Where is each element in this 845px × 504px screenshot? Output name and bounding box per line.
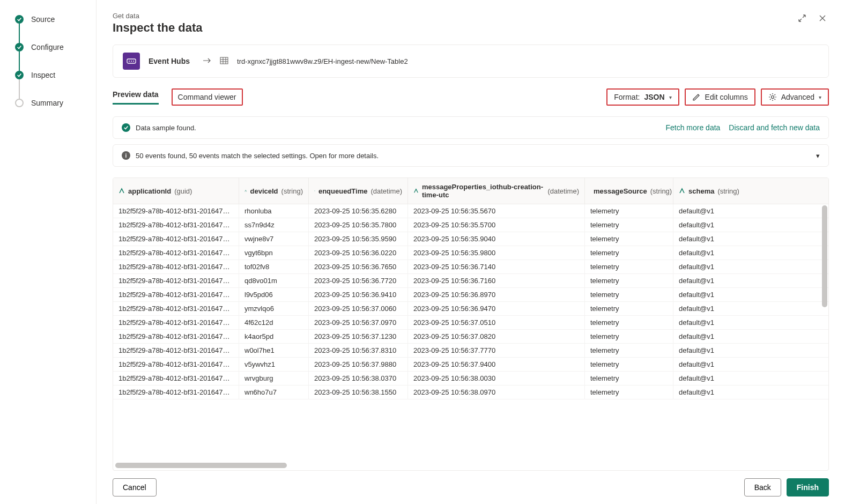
cell: 2023-09-25 10:56:35.9590 [309,232,408,246]
table-row[interactable]: 1b2f5f29-a78b-4012-bf31-2016473cadf6w0ol… [113,344,828,358]
format-label: Format: [614,93,640,101]
cell: 2023-09-25 10:56:36.8970 [408,288,585,301]
column-header[interactable]: deviceId (string) [239,178,309,204]
expand-icon[interactable] [796,12,809,25]
type-icon [679,188,685,194]
cell: 1b2f5f29-a78b-4012-bf31-2016473cadf6 [113,218,239,232]
source-bar: Event Hubs trd-xgnxc7jjgt881wwv8w.z9/EH-… [113,45,829,78]
cell: telemetry [585,358,673,371]
check-icon [15,71,24,79]
table-row[interactable]: 1b2f5f29-a78b-4012-bf31-2016473cadf6vgyt… [113,246,828,260]
table-row[interactable]: 1b2f5f29-a78b-4012-bf31-2016473cadf6k4ao… [113,330,828,344]
tab-command-viewer[interactable]: Command viewer [172,88,243,106]
vertical-scrollbar[interactable] [822,205,827,307]
table-row[interactable]: 1b2f5f29-a78b-4012-bf31-2016473cadf6v5yw… [113,358,828,372]
cell: wrvgburg [239,372,309,385]
cell: 1b2f5f29-a78b-4012-bf31-2016473cadf6 [113,302,239,315]
table-row[interactable]: 1b2f5f29-a78b-4012-bf31-2016473cadf6l9v5… [113,288,828,302]
cell: 1b2f5f29-a78b-4012-bf31-2016473cadf6 [113,358,239,371]
cell: default@v1 [673,260,828,273]
back-button[interactable]: Back [744,478,781,496]
column-header[interactable]: messageProperties_iothub-creation-time-u… [408,178,585,204]
cell: 1b2f5f29-a78b-4012-bf31-2016473cadf6 [113,330,239,343]
table-row[interactable]: 1b2f5f29-a78b-4012-bf31-2016473cadf64f62… [113,316,828,330]
cell: 2023-09-25 10:56:35.9040 [408,232,585,246]
cell: 1b2f5f29-a78b-4012-bf31-2016473cadf6 [113,260,239,273]
cell: qd8vo01m [239,274,309,287]
svg-point-5 [771,96,774,99]
chevron-down-icon[interactable]: ▾ [816,152,820,160]
cell: 2023-09-25 10:56:37.9400 [408,358,585,371]
format-select[interactable]: Format: JSON ▾ [606,88,679,106]
tab-preview-data[interactable]: Preview data [113,90,159,105]
cell: 2023-09-25 10:56:35.5670 [408,204,585,218]
cell: ymzvlqo6 [239,302,309,315]
column-header[interactable]: messageSource (string) [585,178,673,204]
table-row[interactable]: 1b2f5f29-a78b-4012-bf31-2016473cadf6tof0… [113,260,828,274]
column-header[interactable]: enqueuedTime (datetime) [309,178,408,204]
cell: default@v1 [673,344,828,357]
source-name: Event Hubs [149,57,190,65]
table-row[interactable]: 1b2f5f29-a78b-4012-bf31-2016473cadf6ymzv… [113,302,828,316]
column-header[interactable]: applicationId (guid) [113,178,239,204]
cell: 2023-09-25 10:56:38.0970 [408,386,585,399]
events-details-text: 50 events found, 50 events match the sel… [136,152,379,160]
fetch-more-link[interactable]: Fetch more data [665,123,720,132]
cell: 2023-09-25 10:56:37.9880 [309,358,408,371]
step-inspect[interactable]: Inspect [15,71,96,79]
discard-fetch-link[interactable]: Discard and fetch new data [729,123,820,132]
cell: 2023-09-25 10:56:35.7800 [309,218,408,232]
cell: default@v1 [673,316,828,329]
edit-columns-button[interactable]: Edit columns [685,88,755,106]
sample-found-text: Data sample found. [136,124,196,132]
cell: ss7n9d4z [239,218,309,232]
horizontal-scrollbar[interactable] [113,463,828,470]
cell: 2023-09-25 10:56:37.0060 [309,302,408,315]
advanced-button[interactable]: Advanced ▾ [761,88,829,106]
gear-icon [768,93,777,101]
cell: 2023-09-25 10:56:36.7720 [309,274,408,287]
table-row[interactable]: 1b2f5f29-a78b-4012-bf31-2016473cadf6ss7n… [113,218,828,232]
table-row[interactable]: 1b2f5f29-a78b-4012-bf31-2016473cadf6qd8v… [113,274,828,288]
finish-button[interactable]: Finish [787,478,829,496]
cell: 2023-09-25 10:56:35.5700 [408,218,585,232]
cell: 2023-09-25 10:56:36.0220 [309,246,408,260]
pencil-icon [692,93,701,101]
cell: v5ywvhz1 [239,358,309,371]
cancel-button[interactable]: Cancel [113,478,157,496]
close-icon[interactable] [816,12,829,25]
cell: 2023-09-25 10:56:36.9470 [408,302,585,315]
column-header[interactable]: schema (string) [673,178,828,204]
cell: telemetry [585,316,673,329]
cell: default@v1 [673,386,828,399]
step-label: Inspect [31,71,55,79]
wizard-footer: Cancel Back Finish [113,471,829,496]
table-row[interactable]: 1b2f5f29-a78b-4012-bf31-2016473cadf6wn6h… [113,386,828,399]
table-row[interactable]: 1b2f5f29-a78b-4012-bf31-2016473cadf6vwjn… [113,232,828,246]
cell: 2023-09-25 10:56:35.6280 [309,204,408,218]
cell: 2023-09-25 10:56:36.7160 [408,274,585,287]
cell: w0ol7he1 [239,344,309,357]
table-body[interactable]: 1b2f5f29-a78b-4012-bf31-2016473cadf6rhon… [113,204,828,463]
check-icon [122,123,130,132]
step-summary[interactable]: Summary [15,99,96,107]
cell: telemetry [585,204,673,218]
cell: 2023-09-25 10:56:36.9410 [309,288,408,301]
table-header: applicationId (guid)deviceId (string)enq… [113,178,828,204]
cell: 2023-09-25 10:56:37.8310 [309,344,408,357]
cell: rhonluba [239,204,309,218]
step-configure[interactable]: Configure [15,43,96,51]
cell: 4f62c12d [239,316,309,329]
table-row[interactable]: 1b2f5f29-a78b-4012-bf31-2016473cadf6wrvg… [113,372,828,386]
step-source[interactable]: Source [15,15,96,24]
cell: telemetry [585,386,673,399]
cell: vgyt6bpn [239,246,309,260]
cell: default@v1 [673,232,828,246]
events-details-bar[interactable]: i 50 events found, 50 events match the s… [113,144,829,167]
circle-icon [15,99,24,107]
cell: 1b2f5f29-a78b-4012-bf31-2016473cadf6 [113,274,239,287]
sample-found-bar: Data sample found. Fetch more data Disca… [113,116,829,139]
cell: default@v1 [673,218,828,232]
table-row[interactable]: 1b2f5f29-a78b-4012-bf31-2016473cadf6rhon… [113,204,828,218]
check-icon [15,43,24,51]
